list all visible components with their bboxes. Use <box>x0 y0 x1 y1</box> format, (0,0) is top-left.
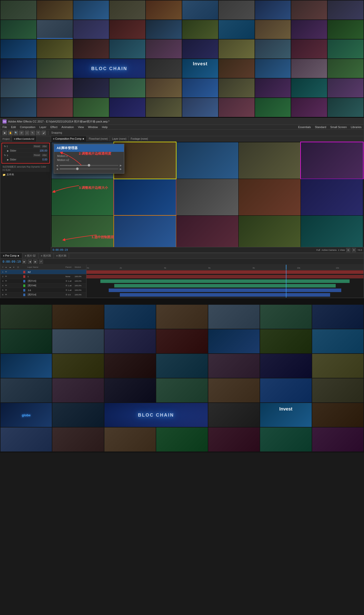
tab-effect-controls[interactable]: ≡ Effect Controls KZ <box>12 136 37 141</box>
menu-composition[interactable]: Composition <box>20 126 35 129</box>
layer-name-2: t <box>27 275 65 278</box>
menu-bar[interactable]: File Edit Composition Layer Effect Anima… <box>1 125 363 130</box>
slider-icon-3: ◀ <box>56 168 58 170</box>
reset-btn-s[interactable]: Reset <box>33 154 41 157</box>
slider-label-2: Slider <box>10 158 35 161</box>
layer-name-1: KZ <box>27 271 65 273</box>
timeline-controls-bar[interactable]: 0:00:09:19 ▶ ◀ ▶ ↺ <box>1 259 363 265</box>
col-c: ● <box>13 266 17 268</box>
menu-file[interactable]: File <box>3 126 7 129</box>
select-tool[interactable]: ▶ <box>3 131 7 135</box>
menu-edit[interactable]: Edit <box>11 126 16 129</box>
photo-cell <box>1 78 36 97</box>
tab-standard[interactable]: Standard <box>315 126 326 129</box>
zoom-control[interactable]: Full <box>316 249 320 251</box>
comp-tab-active[interactable]: ≡ Composition Pre-Comp ★ <box>51 136 87 141</box>
camera-select[interactable]: Active Camera <box>322 249 336 251</box>
play-btn[interactable]: ▶ <box>22 260 26 264</box>
layer-row-6[interactable]: 6 👁 [照片14] ② 3.6 100.0% <box>1 293 86 297</box>
photo-cell-b <box>104 305 156 329</box>
timeline-tab-precomp[interactable]: ≡ Pre Comp ★ <box>1 253 22 258</box>
col-num: # <box>1 266 5 268</box>
menu-window[interactable]: Window <box>88 126 98 129</box>
comp-tab-flowchart[interactable]: Flowchart (none) <box>87 136 110 141</box>
layer-vis-5[interactable]: 👁 <box>5 289 9 291</box>
menu-effect[interactable]: Effect <box>50 126 57 129</box>
layer-vis-1[interactable]: 👁 <box>5 271 9 273</box>
menu-view[interactable]: View <box>78 126 84 129</box>
photo-cell-b <box>52 305 104 329</box>
comp-viewer-tabs[interactable]: ≡ Composition Pre-Comp ★ Flowchart (none… <box>51 136 363 142</box>
text-tool[interactable]: T <box>36 131 40 135</box>
menu-animation[interactable]: Animation <box>61 126 74 129</box>
photo-cell-b <box>312 427 363 452</box>
view-select[interactable]: 1 View <box>338 249 345 251</box>
menu-help[interactable]: Help <box>102 126 108 129</box>
layer-row-2[interactable]: 2 👁 t None 100.0% <box>1 274 86 279</box>
layer-row-5[interactable]: 5 👁 3.6 ② 1.all 100.0% <box>1 288 86 293</box>
slider-value-2[interactable]: 0.00 <box>36 158 47 161</box>
timeline-tabs[interactable]: ≡ Pre Comp ★ ≡ 照片 02 ≡ 照片35 ≡ 照片36 <box>1 253 363 259</box>
photo-cell-b <box>156 427 208 452</box>
layer-parent-5: ② 1.all <box>65 289 75 291</box>
photo-cell-b <box>1 329 52 353</box>
layer-vis-3[interactable]: 👁 <box>5 280 9 282</box>
timeline-time-display[interactable]: 0:00:09:19 <box>3 260 21 263</box>
bottom-photo-grid: globe BLOC CHAIN Invest <box>0 304 364 453</box>
prev-frame-btn[interactable]: ◀ <box>28 260 32 264</box>
pen-tool[interactable]: ✎ <box>30 131 35 135</box>
col-d: ◎ <box>17 266 21 268</box>
timeline-tab-photo35[interactable]: ≡ 照片35 <box>38 253 54 258</box>
playhead <box>286 265 286 270</box>
viewer-btn-1[interactable]: ⊞ <box>346 248 350 252</box>
effect-toggle-s[interactable]: fx <box>4 154 6 156</box>
tab-small-screen[interactable]: Small Screen <box>330 126 347 129</box>
timeline-tab-photo36[interactable]: ≡ 照片36 <box>54 253 69 258</box>
rotate-tool[interactable]: ↺ <box>19 131 24 135</box>
top-photo-grid: BLOC CHAIN Invest <box>0 0 364 118</box>
hand-tool[interactable]: ✋ <box>8 131 13 135</box>
tab-essentials[interactable]: Essentials <box>298 126 311 129</box>
comp-tab-footage[interactable]: Footage (none) <box>129 136 150 141</box>
section-divider <box>0 298 364 304</box>
layer-row-7[interactable]: 7 👁 [照片60] ② 3.6 100.0% <box>1 297 86 298</box>
photo-cell <box>37 98 73 117</box>
slider-track-2[interactable] <box>60 169 118 169</box>
left-panel-tabs[interactable]: Project ≡ Effect Controls KZ <box>1 136 51 142</box>
main-toolbar[interactable]: ▶ ✋ 🔍 ↺ □ ✎ T 🖌 Snapping <box>1 130 363 136</box>
tab-libraries[interactable]: Libraries <box>351 126 361 129</box>
slider-value-1[interactable]: 100.00 <box>36 149 47 152</box>
photo-cell <box>255 98 291 117</box>
menu-layer[interactable]: Layer <box>39 126 47 129</box>
zoom-tool[interactable]: 🔍 <box>14 131 18 135</box>
next-frame-btn[interactable]: ▶ <box>33 260 37 264</box>
abo-btn-t[interactable]: Abo <box>42 145 47 148</box>
photo-cell <box>182 39 218 58</box>
viewer-btn-2[interactable]: ⚙ <box>352 248 356 252</box>
effect-row-fx-s: fx s Reset Abo <box>3 153 48 157</box>
blockchain-cell-top: BLOC CHAIN <box>73 59 146 78</box>
viewer-bottom-controls[interactable]: 0:00:09:19 Full Active Camera 1 View ⊞ ⚙… <box>51 247 363 253</box>
layer-num-2: 2 <box>1 275 5 278</box>
reset-btn-t[interactable]: Reset <box>33 145 41 148</box>
abo-btn-s[interactable]: Abo <box>42 154 47 157</box>
layer-row-1[interactable]: 1 👁 KZ <box>1 270 86 274</box>
effect-toggle-t[interactable]: fx <box>4 145 6 148</box>
shape-tool[interactable]: □ <box>25 131 29 135</box>
comp-tab-layer[interactable]: Layer (none) <box>110 136 129 141</box>
layer-vis-2[interactable]: 👁 <box>5 275 9 278</box>
tab-project[interactable]: Project <box>1 136 12 141</box>
photo-cell-b <box>104 427 156 452</box>
folder-icon: 📁 <box>3 173 6 176</box>
brush-tool[interactable]: 🖌 <box>41 131 46 135</box>
timeline-tab-photo02[interactable]: ≡ 照片 02 <box>22 253 38 258</box>
layer-vis-6[interactable]: 👁 <box>5 294 9 296</box>
layer-row-4[interactable]: 4 👁 [照片48] ② 1.all 100.0% <box>1 283 86 288</box>
snapping-toggle[interactable]: Snapping <box>50 131 63 134</box>
layer-row-3[interactable]: 3 👁 [照片15] ② 1.all 100.0% <box>1 279 86 283</box>
red-highlight-box: fx t Reset Abo ▶ Slider 100.00 fx s <box>2 143 50 163</box>
layer-vis-4[interactable]: 👁 <box>5 284 9 287</box>
slider-row-1: ▶ Slider 100.00 <box>3 149 48 153</box>
loop-btn[interactable]: ↺ <box>39 260 43 264</box>
photo-cell <box>328 59 363 78</box>
